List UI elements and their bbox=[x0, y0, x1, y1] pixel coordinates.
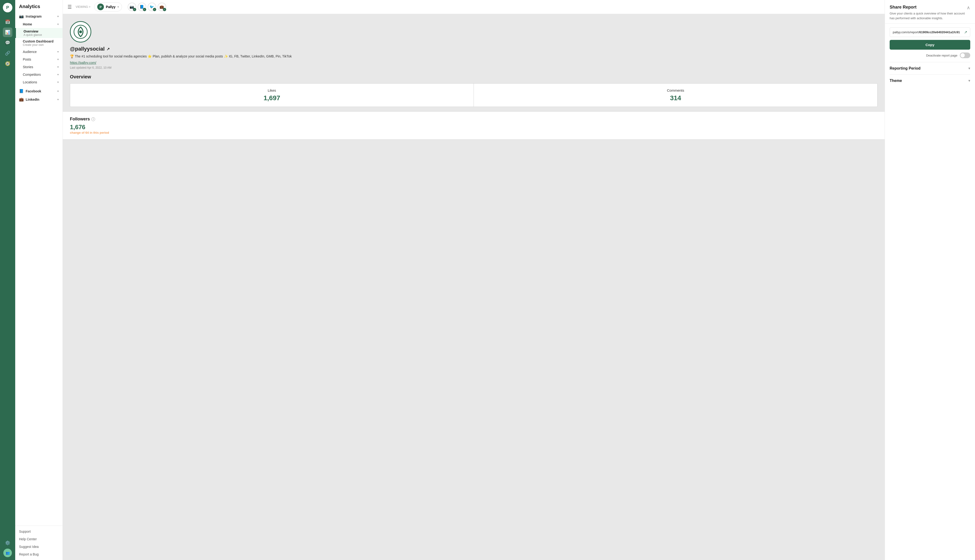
external-link-icon[interactable]: ↗ bbox=[107, 47, 110, 51]
reporting-period-header[interactable]: Reporting Period ▾ bbox=[890, 66, 970, 70]
account-selector[interactable]: P Pallyy ▾ bbox=[94, 2, 122, 12]
profile-section: @pallyysocial ↗ 🏆 The #1 scheduling tool… bbox=[63, 14, 885, 74]
right-panel: Share Report Give your clients a quick o… bbox=[885, 0, 975, 560]
platform-icon-twitter[interactable]: 🐦✓ bbox=[148, 3, 156, 11]
copy-button[interactable]: Copy bbox=[890, 40, 970, 50]
panel-subtitle: Give your clients a quick overview of ho… bbox=[890, 11, 967, 20]
sidebar-item-links[interactable]: 🔗 bbox=[3, 48, 12, 58]
theme-title: Theme bbox=[890, 78, 902, 83]
profile-last-updated: Last updated Apr 6, 2022, 10 AM bbox=[70, 66, 878, 69]
deactivate-row: Deactivate report page bbox=[890, 52, 970, 58]
sidebar-item-facebook[interactable]: 📘 Facebook ▾ bbox=[15, 87, 62, 95]
svg-point-1 bbox=[79, 30, 82, 33]
report-bug-link[interactable]: Report a Bug bbox=[15, 550, 62, 558]
chevron-down-icon: ▾ bbox=[57, 98, 59, 101]
followers-section: Followers i 1,676 change of 64 in this p… bbox=[63, 112, 885, 139]
sidebar-item-comments[interactable]: 💬 bbox=[3, 38, 12, 47]
stat-card-likes: Likes 1,697 bbox=[70, 83, 473, 107]
stat-label-likes: Likes bbox=[75, 88, 469, 92]
sidebar-item-posts[interactable]: Posts ▾ bbox=[15, 55, 62, 63]
chevron-down-icon: ▾ bbox=[57, 80, 59, 84]
sidebar-item-competitors[interactable]: Competitors ▾ bbox=[15, 71, 62, 78]
panel-header: Share Report Give your clients a quick o… bbox=[885, 0, 975, 23]
top-bar: ☰ VIEWING > P Pallyy ▾ 📷✓ 📘✓ 🐦✓ 💼✓ bbox=[63, 0, 885, 14]
overview-section: Overview Likes 1,697 Comments 314 bbox=[63, 74, 885, 112]
chevron-down-icon: ▾ bbox=[968, 78, 970, 83]
check-icon: ✓ bbox=[133, 8, 136, 11]
external-link-icon[interactable]: ↗ bbox=[964, 30, 967, 35]
account-logo: P bbox=[97, 3, 104, 10]
panel-body: pallyy.com/s/report/61909cc20e64020441a1… bbox=[885, 23, 975, 90]
sidebar-item-stories[interactable]: Stories ▾ bbox=[15, 63, 62, 71]
help-center-link[interactable]: Help Center bbox=[15, 535, 62, 543]
chevron-down-icon: ▾ bbox=[57, 90, 59, 93]
sidebar-instagram-section: 📷 Instagram ▾ Home ▾ Overview A quick gl… bbox=[15, 11, 62, 87]
account-name: Pallyy bbox=[106, 5, 115, 9]
sidebar-footer: Support Help Center Suggest Idea Report … bbox=[15, 525, 62, 560]
content-area: @pallyysocial ↗ 🏆 The #1 scheduling tool… bbox=[63, 14, 885, 560]
profile-logo bbox=[70, 21, 91, 43]
profile-handle: @pallyysocial ↗ bbox=[70, 46, 878, 52]
check-icon: ✓ bbox=[153, 8, 156, 11]
info-icon: i bbox=[91, 117, 95, 121]
reporting-period-accordion: Reporting Period ▾ bbox=[890, 62, 970, 74]
reporting-period-title: Reporting Period bbox=[890, 66, 921, 70]
chevron-down-icon: ▾ bbox=[57, 73, 59, 76]
sidebar-item-home[interactable]: Home ▾ bbox=[15, 20, 62, 28]
hamburger-menu[interactable]: ☰ bbox=[67, 4, 72, 10]
app-logo[interactable]: P bbox=[3, 3, 12, 12]
chevron-down-icon: ▾ bbox=[57, 50, 59, 53]
report-url-box: pallyy.com/s/report/61909cc20e64020441a1… bbox=[890, 27, 970, 37]
sidebar-item-instagram[interactable]: 📷 Instagram ▾ bbox=[15, 12, 62, 20]
chevron-down-icon: ▾ bbox=[57, 15, 59, 18]
profile-bio: 🏆 The #1 scheduling tool for social medi… bbox=[70, 54, 878, 59]
platform-icon-linkedin[interactable]: 💼✓ bbox=[158, 3, 166, 11]
profile-link[interactable]: https://pallyy.com/ bbox=[70, 61, 878, 65]
support-link[interactable]: Support bbox=[15, 528, 62, 535]
stat-card-comments: Comments 314 bbox=[474, 83, 877, 107]
sidebar-item-locations[interactable]: Locations ▾ bbox=[15, 78, 62, 86]
chevron-down-icon: ▾ bbox=[968, 66, 970, 70]
chevron-down-icon: ▾ bbox=[57, 58, 59, 61]
stat-label-comments: Comments bbox=[478, 88, 873, 92]
avatar[interactable]: 👥 bbox=[3, 548, 12, 557]
settings-icon[interactable]: ⚙️ bbox=[3, 538, 12, 548]
sidebar-title: Analytics bbox=[15, 0, 62, 11]
followers-change-value: 64 bbox=[85, 131, 89, 134]
platform-icons: 📷✓ 📘✓ 🐦✓ 💼✓ bbox=[128, 3, 166, 11]
followers-count: 1,676 bbox=[70, 123, 878, 131]
followers-change: change of 64 in this period bbox=[70, 131, 878, 134]
deactivate-label: Deactivate report page bbox=[926, 54, 957, 57]
check-icon: ✓ bbox=[163, 8, 166, 11]
stat-value-comments: 314 bbox=[478, 94, 873, 102]
overview-title: Overview bbox=[70, 74, 878, 80]
platform-icon-instagram[interactable]: 📷✓ bbox=[128, 3, 136, 11]
sidebar-item-overview[interactable]: Overview A quick glance bbox=[15, 28, 62, 38]
theme-header[interactable]: Theme ▾ bbox=[890, 78, 970, 83]
report-url-text: pallyy.com/s/report/61909cc20e64020441a1… bbox=[893, 30, 962, 34]
theme-accordion: Theme ▾ bbox=[890, 74, 970, 87]
platform-icon-facebook[interactable]: 📘✓ bbox=[138, 3, 146, 11]
panel-title: Share Report bbox=[890, 5, 967, 10]
instagram-icon: 📷 bbox=[19, 14, 24, 18]
followers-title: Followers i bbox=[70, 117, 878, 122]
viewing-label: VIEWING > bbox=[75, 5, 90, 8]
chevron-down-icon: ▾ bbox=[57, 65, 59, 68]
stat-value-likes: 1,697 bbox=[75, 94, 469, 102]
sidebar-item-linkedin[interactable]: 💼 LinkedIn ▾ bbox=[15, 95, 62, 103]
sidebar-item-custom-dashboard[interactable]: Custom Dashboard Create your own bbox=[15, 38, 62, 48]
deactivate-toggle[interactable] bbox=[960, 52, 970, 58]
main-content: ☰ VIEWING > P Pallyy ▾ 📷✓ 📘✓ 🐦✓ 💼✓ bbox=[63, 0, 885, 560]
chevron-down-icon: ▾ bbox=[57, 23, 59, 26]
facebook-icon: 📘 bbox=[19, 89, 24, 93]
icon-bar: P 📅 📊 💬 🔗 🧭 ⚙️ 👥 bbox=[0, 0, 15, 560]
sidebar-item-calendar[interactable]: 📅 bbox=[3, 17, 12, 27]
sidebar-item-compass[interactable]: 🧭 bbox=[3, 59, 12, 68]
sidebar: Analytics 📷 Instagram ▾ Home ▾ Overview … bbox=[15, 0, 63, 560]
suggest-idea-link[interactable]: Suggest Idea bbox=[15, 543, 62, 550]
stats-grid: Likes 1,697 Comments 314 bbox=[70, 83, 878, 107]
close-button[interactable]: ∧ bbox=[967, 5, 970, 10]
sidebar-item-analytics[interactable]: 📊 bbox=[3, 28, 12, 37]
linkedin-icon: 💼 bbox=[19, 97, 24, 102]
sidebar-item-audience[interactable]: Audience ▾ bbox=[15, 48, 62, 55]
